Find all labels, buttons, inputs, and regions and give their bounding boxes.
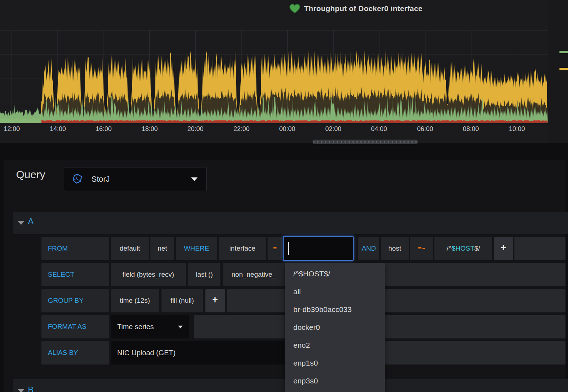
regex-operator-segment[interactable]: =~ <box>410 237 433 260</box>
query-ref-a-header[interactable]: A <box>13 212 568 234</box>
chevron-down-icon <box>191 177 198 181</box>
group-by-time-segment[interactable]: time (12s) <box>111 289 159 312</box>
query-ref-letter: A <box>28 216 34 226</box>
select-caret-icon <box>178 326 183 328</box>
regex-suffix: $/ <box>474 245 480 252</box>
datasource-name: StorJ <box>91 175 110 184</box>
select-transform-segment[interactable]: non_negative_ <box>223 263 286 286</box>
x-axis-tick: 20:00 <box>178 125 213 133</box>
select-aggregate-segment[interactable]: last () <box>188 263 220 286</box>
x-axis-tick: 08:00 <box>454 125 488 133</box>
tag-value-input[interactable] <box>283 236 354 261</box>
query-section-title: Query <box>16 169 45 181</box>
group-by-keyword: GROUP BY <box>41 289 109 312</box>
measurement-segment[interactable]: net <box>150 237 174 260</box>
row-filler <box>227 289 565 312</box>
collapse-triangle-icon[interactable] <box>18 389 24 392</box>
dropdown-option[interactable]: br-db39b0acc033 <box>285 301 385 318</box>
and-keyword: AND <box>358 237 379 260</box>
dropdown-option[interactable]: docker0 <box>285 318 385 336</box>
influxdb-logo-icon <box>72 174 83 185</box>
x-axis-tick: 06:00 <box>408 125 442 133</box>
grafana-dashboard-page: Throughput of Docker0 interface 12:00 14… <box>0 0 568 392</box>
format-as-select[interactable]: Time series <box>111 315 189 338</box>
add-group-by-button[interactable]: + <box>205 289 225 312</box>
group-by-fill-segment[interactable]: fill (null) <box>161 289 203 312</box>
timeseries-chart[interactable] <box>0 0 568 143</box>
chart-panel: Throughput of Docker0 interface 12:00 14… <box>0 0 568 143</box>
x-axis-tick: 02:00 <box>316 125 350 133</box>
operator-segment[interactable]: = <box>268 237 282 260</box>
alias-by-input[interactable]: NIC Upload (GET) <box>111 341 284 365</box>
query-ref-letter: B <box>28 385 34 392</box>
x-axis-tick: 00:00 <box>270 125 304 133</box>
tag-value-dropdown: /^$HOST$/ all br-db39b0acc033 docker0 en… <box>285 263 385 392</box>
where-keyword: WHERE <box>176 237 217 260</box>
add-condition-button[interactable]: + <box>494 237 513 260</box>
text-cursor <box>288 242 289 255</box>
x-axis-tick: 10:00 <box>500 125 534 133</box>
x-axis-tick: 14:00 <box>41 125 75 133</box>
regex-prefix: /^ <box>447 245 452 252</box>
template-variable: $HOST <box>452 245 474 252</box>
tag-key-segment-host[interactable]: host <box>381 237 409 260</box>
select-keyword: SELECT <box>41 263 109 286</box>
format-as-keyword: FORMAT AS <box>41 315 109 338</box>
legend-series-marker-green[interactable] <box>559 51 568 53</box>
x-axis-tick: 12:00 <box>0 125 29 133</box>
tag-value-regex-segment[interactable]: /^$HOST$/ <box>434 237 492 260</box>
from-keyword: FROM <box>41 237 109 260</box>
tag-key-segment[interactable]: interface <box>219 237 266 260</box>
row-filler <box>514 237 565 260</box>
x-axis-tick: 18:00 <box>133 125 167 133</box>
dropdown-option[interactable]: enp3s0 <box>285 372 385 390</box>
legend-series-marker-yellow[interactable] <box>559 68 568 70</box>
retention-policy-segment[interactable]: default <box>111 237 149 260</box>
x-axis-tick: 22:00 <box>224 125 259 133</box>
x-axis-tick: 04:00 <box>362 125 396 133</box>
select-field-segment[interactable]: field (bytes_recv) <box>111 263 186 286</box>
datasource-picker[interactable]: StorJ <box>64 167 206 191</box>
dropdown-option[interactable]: eno2 <box>285 336 385 354</box>
x-axis-tick: 16:00 <box>86 125 121 133</box>
panel-resize-handle[interactable] <box>313 140 418 144</box>
dropdown-option[interactable]: all <box>285 283 385 301</box>
alias-by-keyword: ALIAS BY <box>41 341 109 365</box>
format-as-value: Time series <box>117 323 154 331</box>
collapse-triangle-icon[interactable] <box>18 221 24 225</box>
dropdown-option[interactable]: enp1s0 <box>285 354 385 372</box>
dropdown-option[interactable]: /^$HOST$/ <box>285 265 385 283</box>
